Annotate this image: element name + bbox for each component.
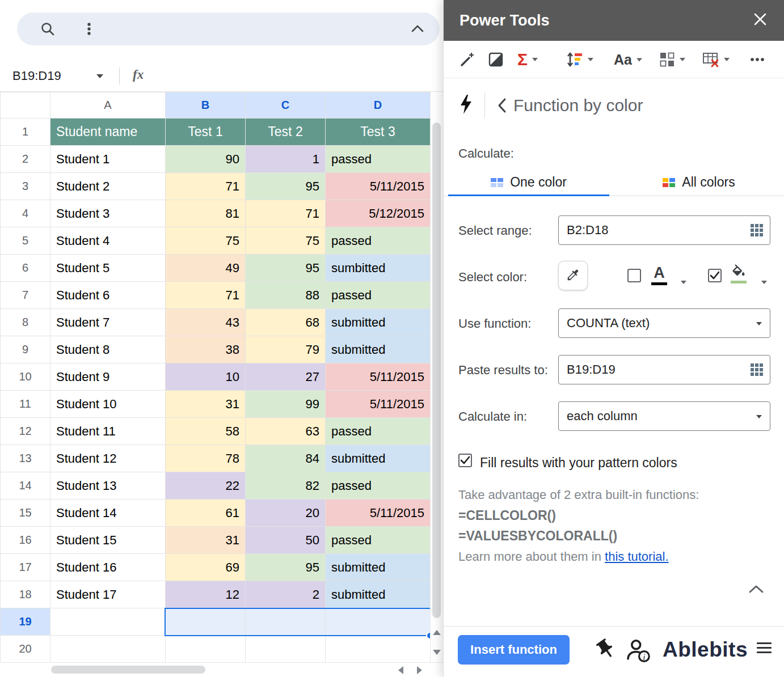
search-bar[interactable]: [17, 12, 440, 45]
cell-C9[interactable]: 79: [246, 336, 326, 363]
vertical-scrollbar-thumb[interactable]: [432, 122, 441, 618]
cell-A18[interactable]: Student 17: [50, 581, 166, 608]
use-function-select[interactable]: COUNTA (text): [558, 308, 770, 338]
cell-B7[interactable]: 71: [166, 282, 246, 309]
cell-A15[interactable]: Student 14: [50, 500, 166, 527]
cell-A2[interactable]: Student 1: [50, 146, 166, 173]
cell-B12[interactable]: 58: [166, 418, 246, 445]
cell-A7[interactable]: Student 6: [50, 282, 166, 309]
cell-A8[interactable]: Student 7: [50, 309, 166, 336]
cell-A19[interactable]: [50, 608, 166, 636]
cell-B3[interactable]: 71: [166, 173, 246, 200]
menu-icon[interactable]: [757, 642, 772, 656]
user-help-icon[interactable]: i: [624, 637, 650, 665]
row-header-19[interactable]: 19: [1, 608, 50, 636]
row-header-7[interactable]: 7: [1, 282, 50, 309]
cell-B6[interactable]: 49: [166, 255, 246, 282]
cell-D12[interactable]: passed: [326, 418, 431, 445]
cell-D2[interactable]: passed: [326, 146, 431, 173]
name-box[interactable]: B19:D19: [12, 69, 61, 83]
cell-D15[interactable]: 5/11/2015: [326, 500, 431, 527]
range-picker-icon[interactable]: [750, 363, 764, 379]
cell-C19[interactable]: [246, 608, 326, 636]
cell-A17[interactable]: Student 16: [50, 554, 166, 581]
cell-B11[interactable]: 31: [166, 391, 246, 418]
paste-results-input[interactable]: [558, 355, 770, 384]
row-header-9[interactable]: 9: [1, 336, 50, 363]
row-header-4[interactable]: 4: [1, 200, 50, 227]
cell-B2[interactable]: 90: [166, 146, 246, 173]
cell-C2[interactable]: 1: [246, 146, 326, 173]
scroll-up-icon[interactable]: [430, 624, 443, 642]
cell-A20[interactable]: [50, 636, 166, 663]
row-header-17[interactable]: 17: [1, 554, 50, 581]
tab-one-color[interactable]: One color: [444, 169, 614, 196]
scroll-left-icon[interactable]: [394, 664, 408, 676]
fill-color-icon[interactable]: [731, 264, 747, 284]
cell-B5[interactable]: 75: [166, 227, 246, 255]
row-header-6[interactable]: 6: [1, 255, 50, 282]
select-range-input[interactable]: [558, 215, 770, 245]
cell-D20[interactable]: [326, 636, 431, 663]
back-icon[interactable]: [496, 96, 508, 115]
fill-results-checkbox[interactable]: [458, 454, 472, 467]
cell-D11[interactable]: 5/11/2015: [326, 391, 431, 418]
cell-D8[interactable]: submitted: [326, 309, 431, 336]
cell-C12[interactable]: 63: [246, 418, 326, 445]
tool-wand-icon[interactable]: [458, 51, 475, 68]
cell-C4[interactable]: 71: [246, 200, 326, 227]
cell-C7[interactable]: 88: [246, 282, 326, 309]
cell-D6[interactable]: sumbitted: [326, 255, 431, 282]
column-header-A[interactable]: A: [50, 92, 166, 119]
font-color-checkbox[interactable]: [627, 269, 641, 282]
row-header-15[interactable]: 15: [1, 500, 50, 527]
cell-B17[interactable]: 69: [166, 554, 246, 581]
cell-D1[interactable]: Test 3: [326, 119, 431, 146]
cell-D17[interactable]: submitted: [326, 554, 431, 581]
font-color-icon[interactable]: A: [651, 265, 667, 285]
cell-A1[interactable]: Student name: [50, 119, 166, 146]
cell-B15[interactable]: 61: [166, 500, 246, 527]
cell-B19[interactable]: [166, 608, 246, 636]
cell-B10[interactable]: 10: [166, 363, 246, 391]
insert-function-button[interactable]: Insert function: [458, 635, 570, 665]
cell-B13[interactable]: 78: [166, 445, 246, 472]
tool-sum-icon[interactable]: Σ: [517, 51, 538, 68]
cell-B14[interactable]: 22: [166, 472, 246, 500]
row-header-2[interactable]: 2: [1, 146, 50, 173]
cell-D19[interactable]: [326, 608, 431, 636]
row-header-20[interactable]: 20: [1, 636, 50, 663]
row-header-3[interactable]: 3: [1, 173, 50, 200]
cell-C20[interactable]: [246, 636, 326, 663]
cell-B1[interactable]: Test 1: [166, 119, 246, 146]
font-color-caret-icon[interactable]: [681, 281, 686, 287]
name-box-caret-icon[interactable]: [96, 74, 103, 82]
column-header-D[interactable]: D: [326, 92, 431, 119]
horizontal-scrollbar-thumb[interactable]: [51, 666, 205, 674]
scroll-down-icon[interactable]: [430, 643, 443, 661]
cell-A6[interactable]: Student 5: [50, 255, 166, 282]
fill-color-caret-icon[interactable]: [761, 281, 767, 287]
cell-D16[interactable]: passed: [326, 527, 431, 554]
cell-C18[interactable]: 2: [246, 581, 326, 608]
cell-B18[interactable]: 12: [166, 581, 246, 608]
cell-B9[interactable]: 38: [166, 336, 246, 363]
close-icon[interactable]: [752, 11, 768, 29]
column-header-C[interactable]: C: [246, 92, 326, 119]
column-header-B[interactable]: B: [166, 92, 246, 119]
cell-B16[interactable]: 31: [166, 527, 246, 554]
cell-D4[interactable]: 5/12/2015: [326, 200, 431, 227]
row-header-10[interactable]: 10: [1, 363, 50, 391]
cell-C17[interactable]: 95: [246, 554, 326, 581]
row-header-12[interactable]: 12: [1, 418, 50, 445]
cell-C11[interactable]: 99: [246, 391, 326, 418]
collapse-panel-icon[interactable]: [748, 584, 765, 596]
collapse-toolbar-icon[interactable]: [410, 23, 425, 37]
cell-A13[interactable]: Student 12: [50, 445, 166, 472]
eyedropper-button[interactable]: [558, 261, 588, 290]
cell-D13[interactable]: submitted: [326, 445, 431, 472]
tool-sort-icon[interactable]: [566, 51, 593, 68]
cell-A11[interactable]: Student 10: [50, 391, 166, 418]
cell-C1[interactable]: Test 2: [246, 119, 326, 146]
cell-D3[interactable]: 5/11/2015: [326, 173, 431, 200]
